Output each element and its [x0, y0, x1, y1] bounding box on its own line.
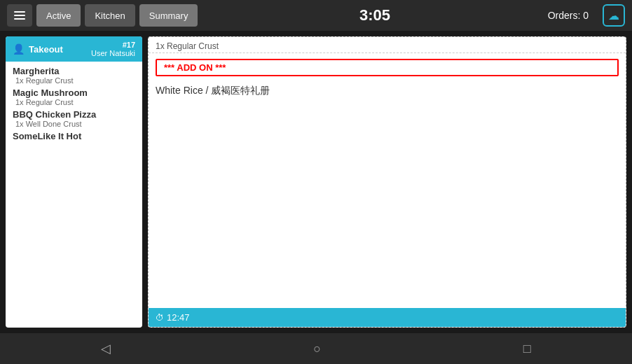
- back-button[interactable]: ◁: [101, 341, 111, 356]
- cloud-icon: ☁: [608, 9, 619, 22]
- detail-footer: ⏱ 12:47: [149, 308, 626, 327]
- detail-top-hint: 1x Regular Crust: [149, 37, 626, 53]
- order-items: Margherita 1x Regular Crust Magic Mushro…: [6, 62, 142, 328]
- detail-spacer: [149, 100, 626, 308]
- add-on-badge: *** ADD ON ***: [156, 59, 619, 76]
- item-name: Magic Mushroom: [13, 88, 135, 98]
- bottom-bar: ◁ ○ □: [0, 333, 632, 364]
- item-name: Margherita: [13, 66, 135, 76]
- order-header-left: 👤 Takeout: [13, 43, 63, 55]
- main-content: 👤 Takeout #17 User Natsuki Margherita 1x…: [0, 31, 632, 333]
- cloud-button[interactable]: ☁: [603, 4, 625, 27]
- list-item[interactable]: Magic Mushroom 1x Regular Crust: [13, 88, 135, 106]
- list-item[interactable]: SomeLike It Hot: [13, 131, 135, 141]
- time-display: 3:05: [202, 6, 547, 24]
- order-header: 👤 Takeout #17 User Natsuki: [6, 36, 142, 62]
- item-sub: 1x Well Done Crust: [13, 120, 135, 128]
- recents-button[interactable]: □: [523, 342, 531, 356]
- order-detail-panel: 1x Regular Crust *** ADD ON *** White Ri…: [148, 36, 626, 328]
- summary-button[interactable]: Summary: [139, 4, 198, 27]
- detail-item-name: White Rice / 威褐医特礼册: [149, 82, 626, 100]
- active-button[interactable]: Active: [36, 4, 81, 27]
- home-button[interactable]: ○: [313, 342, 321, 356]
- item-sub: 1x Regular Crust: [13, 76, 135, 85]
- footer-time: 12:47: [167, 312, 190, 323]
- person-icon: 👤: [13, 43, 25, 55]
- clock-icon: ⏱: [156, 313, 164, 323]
- item-name: SomeLike It Hot: [13, 131, 135, 141]
- order-list-panel: 👤 Takeout #17 User Natsuki Margherita 1x…: [6, 36, 142, 328]
- orders-display: Orders: 0: [548, 10, 589, 21]
- list-item[interactable]: BBQ Chicken Pizza 1x Well Done Crust: [13, 109, 135, 128]
- order-number: #17: [91, 41, 135, 49]
- top-bar: Active Kitchen Summary 3:05 Orders: 0 ☁: [0, 0, 632, 31]
- kitchen-button[interactable]: Kitchen: [85, 4, 135, 27]
- list-item[interactable]: Margherita 1x Regular Crust: [13, 66, 135, 85]
- order-type-label: Takeout: [29, 44, 63, 55]
- user-label: User Natsuki: [91, 49, 135, 57]
- hamburger-icon: [13, 10, 27, 21]
- menu-button[interactable]: [7, 4, 32, 27]
- item-name: BBQ Chicken Pizza: [13, 109, 135, 120]
- order-header-right: #17 User Natsuki: [91, 41, 135, 57]
- item-sub: 1x Regular Crust: [13, 98, 135, 106]
